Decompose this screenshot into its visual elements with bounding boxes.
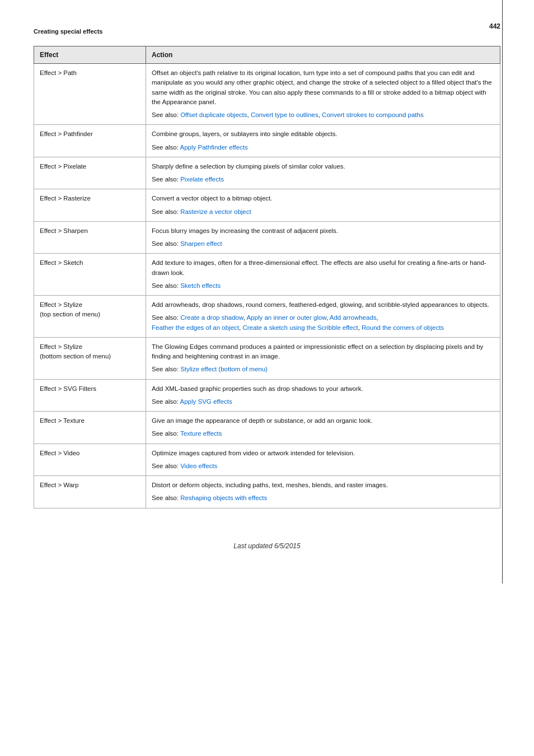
see-also: See also: Sketch effects (152, 281, 494, 291)
effect-cell: Effect > Pathfinder (34, 125, 146, 157)
see-also-link[interactable]: Feather the edges of an object (152, 324, 239, 331)
action-cell: Sharply define a selection by clumping p… (146, 157, 500, 189)
effect-cell: Effect > Rasterize (34, 189, 146, 222)
see-also-link[interactable]: Pixelate effects (180, 176, 224, 183)
see-also: See also: Pixelate effects (152, 175, 494, 184)
action-description: Add arrowheads, drop shadows, round corn… (152, 300, 494, 310)
effect-name: Effect > Sharpen (40, 227, 88, 234)
table-row: Effect > RasterizeConvert a vector objec… (34, 189, 500, 222)
table-row: Effect > PixelateSharply define a select… (34, 157, 500, 189)
effect-name: Effect > Video (40, 450, 80, 456)
action-description: Optimize images captured from video or a… (152, 449, 494, 458)
action-cell: The Glowing Edges command produces a pai… (146, 337, 500, 379)
see-also-link[interactable]: Stylize effect (bottom of menu) (180, 366, 268, 372)
table-row: Effect > WarpDistort or deform objects, … (34, 476, 500, 508)
effect-name: Effect > SVG Filters (40, 385, 96, 392)
action-description: Focus blurry images by increasing the co… (152, 226, 494, 236)
effect-cell: Effect > Path (34, 64, 146, 125)
action-cell: Focus blurry images by increasing the co… (146, 221, 500, 254)
table-row: Effect > VideoOptimize images captured f… (34, 444, 500, 476)
effect-name: Effect > Warp (40, 482, 78, 488)
effect-cell: Effect > Texture (34, 412, 146, 444)
effect-cell: Effect > Sharpen (34, 221, 146, 254)
effect-cell: Effect > Sketch (34, 254, 146, 296)
action-description: Convert a vector object to a bitmap obje… (152, 194, 494, 203)
effect-sub: (bottom section of menu) (40, 353, 111, 360)
effect-sub: (top section of menu) (40, 311, 100, 318)
effect-name: Effect > Path (40, 69, 77, 76)
action-description: The Glowing Edges command produces a pai… (152, 342, 494, 362)
see-also-link[interactable]: Add arrowheads (330, 314, 377, 321)
see-also-link[interactable]: Convert type to outlines (251, 111, 318, 118)
see-also-link[interactable]: Round the corners of objects (362, 324, 444, 331)
table-header-row: Effect Action (34, 46, 500, 64)
action-column-header: Action (146, 46, 500, 64)
see-also-link[interactable]: Create a sketch using the Scribble effec… (242, 324, 358, 331)
table-row: Effect > PathfinderCombine groups, layer… (34, 125, 500, 157)
action-description: Give an image the appearance of depth or… (152, 416, 494, 426)
action-cell: Distort or deform objects, including pat… (146, 476, 500, 508)
action-cell: Optimize images captured from video or a… (146, 444, 500, 476)
effect-cell: Effect > Stylize(top section of menu) (34, 296, 146, 338)
table-row: Effect > Stylize(bottom section of menu)… (34, 337, 500, 379)
table-row: Effect > SketchAdd texture to images, of… (34, 254, 500, 296)
page-title: Creating special effects (34, 28, 500, 35)
see-also: See also: Rasterize a vector object (152, 207, 494, 217)
effect-name: Effect > Stylize (40, 301, 82, 308)
effect-cell: Effect > SVG Filters (34, 379, 146, 412)
see-also-link[interactable]: Apply Pathfinder effects (180, 144, 248, 151)
effect-name: Effect > Texture (40, 417, 85, 424)
effects-table: Effect Action Effect > PathOffset an obj… (34, 46, 500, 508)
table-row: Effect > SVG FiltersAdd XML-based graphi… (34, 379, 500, 412)
action-cell: Add texture to images, often for a three… (146, 254, 500, 296)
see-also: See also: Stylize effect (bottom of menu… (152, 365, 494, 374)
action-cell: Add XML-based graphic properties such as… (146, 379, 500, 412)
effect-column-header: Effect (34, 46, 146, 64)
see-also-link[interactable]: Sharpen effect (180, 240, 222, 247)
action-description: Sharply define a selection by clumping p… (152, 162, 494, 171)
effect-name: Effect > Sketch (40, 259, 83, 266)
effect-cell: Effect > Video (34, 444, 146, 476)
see-also-link[interactable]: Convert strokes to compound paths (322, 111, 424, 118)
action-cell: Add arrowheads, drop shadows, round corn… (146, 296, 500, 338)
action-description: Add XML-based graphic properties such as… (152, 384, 494, 394)
effect-name: Effect > Pixelate (40, 163, 86, 170)
table-row: Effect > SharpenFocus blurry images by i… (34, 221, 500, 254)
see-also-link[interactable]: Video effects (180, 463, 217, 469)
effect-name: Effect > Rasterize (40, 195, 91, 202)
see-also: See also: Apply Pathfinder effects (152, 143, 494, 152)
action-description: Combine groups, layers, or sublayers int… (152, 129, 494, 139)
effect-name: Effect > Pathfinder (40, 130, 93, 137)
action-cell: Convert a vector object to a bitmap obje… (146, 189, 500, 222)
table-row: Effect > Stylize(top section of menu)Add… (34, 296, 500, 338)
page-number: 442 (489, 22, 500, 30)
see-also: See also: Reshaping objects with effects (152, 493, 494, 503)
effect-name: Effect > Stylize (40, 343, 82, 350)
table-row: Effect > TextureGive an image the appear… (34, 412, 500, 444)
effect-cell: Effect > Pixelate (34, 157, 146, 189)
footer-text: Last updated 6/5/2015 (34, 542, 500, 550)
table-row: Effect > PathOffset an object's path rel… (34, 64, 500, 125)
see-also-link[interactable]: Create a drop shadow (180, 314, 243, 321)
effect-cell: Effect > Stylize(bottom section of menu) (34, 337, 146, 379)
see-also: See also: Texture effects (152, 429, 494, 438)
see-also: See also: Offset duplicate objects, Conv… (152, 110, 494, 120)
see-also-link[interactable]: Texture effects (180, 430, 222, 437)
see-also-link[interactable]: Offset duplicate objects (180, 111, 247, 118)
action-description: Add texture to images, often for a three… (152, 258, 494, 278)
action-description: Distort or deform objects, including pat… (152, 480, 494, 490)
see-also-link[interactable]: Rasterize a vector object (180, 208, 251, 215)
action-cell: Offset an object's path relative to its … (146, 64, 500, 125)
action-cell: Give an image the appearance of depth or… (146, 412, 500, 444)
see-also: See also: Apply SVG effects (152, 397, 494, 407)
effect-cell: Effect > Warp (34, 476, 146, 508)
see-also: See also: Video effects (152, 461, 494, 471)
see-also: See also: Sharpen effect (152, 239, 494, 249)
action-description: Offset an object's path relative to its … (152, 68, 494, 107)
see-also-link[interactable]: Sketch effects (180, 282, 221, 289)
action-cell: Combine groups, layers, or sublayers int… (146, 125, 500, 157)
see-also: See also: Create a drop shadow, Apply an… (152, 313, 494, 333)
see-also-link[interactable]: Apply SVG effects (180, 398, 232, 405)
see-also-link[interactable]: Reshaping objects with effects (180, 494, 267, 501)
see-also-link[interactable]: Apply an inner or outer glow (246, 314, 326, 321)
